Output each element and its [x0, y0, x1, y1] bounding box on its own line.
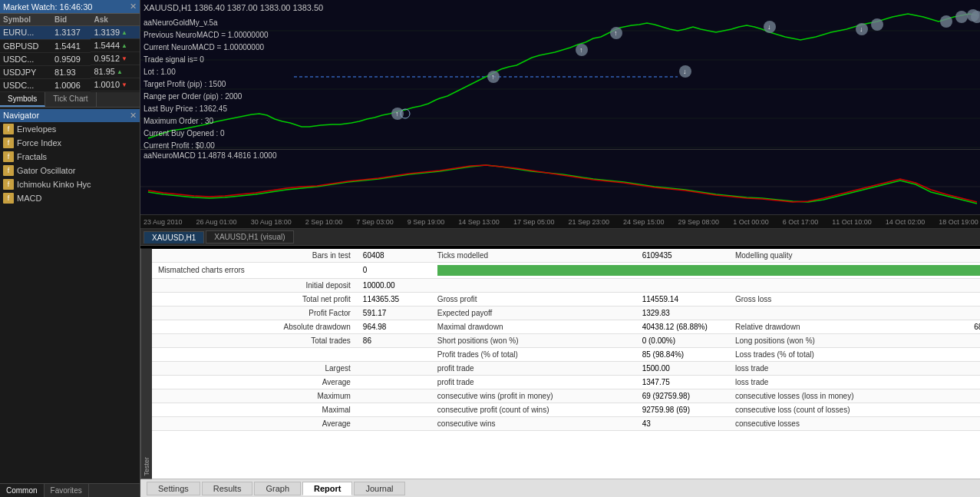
svg-point-21 [871, 18, 883, 31]
report-value2: 40438.12 (68.88%) [636, 320, 729, 333]
report-label3: loss trade [729, 361, 934, 375]
market-watch-tabs: Symbols Tick Chart [0, 92, 140, 108]
navigator-list: fEnvelopesfForce IndexfFractalsfGator Os… [0, 122, 140, 484]
report-value3: 68.88% (40438.12) [934, 320, 980, 333]
report-value3: 1 (-193.78) [934, 389, 980, 403]
report-label2: consecutive wins (profit in money) [431, 389, 636, 403]
report-row: Maximal consecutive profit (count of win… [152, 403, 980, 416]
report-table: Bars in test 60408 Ticks modelled 610943… [152, 249, 980, 431]
bottom-tab-journal[interactable]: Journal [354, 482, 404, 495]
report-label2: Profit trades (% of total) [431, 347, 636, 361]
report-value2: 85 (98.84%) [636, 347, 729, 361]
report-value2: 92759.98 (69) [636, 403, 729, 416]
svg-text:↑: ↑ [579, 46, 583, 54]
report-label3: consecutive losses [729, 416, 934, 430]
report-label: Total trades [152, 333, 357, 347]
tab-symbols[interactable]: Symbols [0, 92, 45, 107]
report-label2: profit trade [431, 361, 636, 375]
nav-item[interactable]: fIchimoku Kinko Hyc [0, 177, 140, 191]
market-watch-row[interactable]: USDC... 0.9509 0.9512▼ [0, 52, 140, 65]
bid-cell: 1.3137 [51, 26, 91, 40]
chart-info: XAUUSD,H1 1386.40 1387.00 1383.00 1383.5… [144, 2, 323, 152]
chart-info-line: aaNeuroGoldMy_v.5a [144, 17, 323, 29]
report-label: Largest [152, 361, 357, 375]
nav-item-label: Fractals [17, 152, 47, 161]
ask-cell: 1.0010▼ [91, 78, 140, 91]
bottom-tab-settings[interactable]: Settings [147, 482, 200, 495]
time-label: 11 Oct 10:00 [832, 218, 872, 226]
nav-item-label: Force Index [17, 138, 61, 147]
report-value [357, 403, 431, 416]
chart-tab-0[interactable]: XAUUSD,H1 [144, 231, 204, 244]
close-icon[interactable]: ✕ [130, 2, 137, 12]
bid-cell: 0.9509 [51, 52, 91, 65]
nav-item[interactable]: fForce Index [0, 136, 140, 150]
report-label2: Ticks modelled [431, 249, 636, 263]
time-label: 29 Sep 08:00 [678, 218, 720, 226]
market-watch-header: Market Watch: 16:46:30 ✕ [0, 0, 140, 14]
symbol-cell: EURU... [0, 26, 51, 40]
ask-cell: 0.9512▼ [91, 52, 140, 65]
nav-item[interactable]: fGator Oscillator [0, 164, 140, 177]
col-symbol: Symbol [0, 14, 51, 26]
svg-text:↓: ↓ [683, 68, 687, 75]
navigator-header: Navigator ✕ [0, 109, 140, 122]
report-label2 [431, 278, 636, 292]
report-label3: Loss trades (% of total) [729, 347, 934, 361]
bottom-tab-results[interactable]: Results [202, 482, 253, 495]
chart-info-line: Current NeuroMACD = 1.00000000 [144, 41, 323, 54]
market-watch-row[interactable]: GBPUSD 1.5441 1.5444▲ [0, 39, 140, 52]
chart-info-line: Previous NeuroMACD = 1.00000000 [144, 29, 323, 41]
report-value2: 69 (92759.98) [636, 389, 729, 403]
nav-tab-favorites[interactable]: Favorites [45, 484, 89, 497]
report-value2: 1329.83 [636, 306, 729, 320]
bid-cell: 1.0006 [51, 78, 91, 91]
nav-tab-common[interactable]: Common [0, 484, 45, 497]
report-value2: 6109435 [636, 249, 729, 263]
report-value3 [934, 278, 980, 292]
report-label: Average [152, 416, 357, 430]
report-label3: consecutive loss (count of losses) [729, 403, 934, 416]
report-value3: -193.78 [934, 361, 980, 375]
time-label: 24 Sep 15:00 [623, 218, 665, 226]
report-value2: 1500.00 [636, 361, 729, 375]
report-label2: Expected payoff [431, 306, 636, 320]
report-label2: Gross profit [431, 292, 636, 306]
time-label: 23 Aug 2010 [144, 218, 183, 226]
time-label: 21 Sep 23:00 [568, 218, 609, 226]
green-bar-cell [431, 262, 980, 278]
chart-tab-1[interactable]: XAUUSD,H1 (visual) [206, 230, 293, 244]
nav-item[interactable]: fFractals [0, 150, 140, 164]
report-value3: 1 [934, 416, 980, 430]
report-value: 86 [357, 333, 431, 347]
macd-chart-canvas: aaNeuroMACD 11.4878 4.4816 1.0000 34.544… [140, 150, 980, 215]
report-value3: 49.92% [934, 249, 980, 263]
symbol-cell: GBPUSD [0, 39, 51, 52]
chart-area: XAUUSD,H1 1386.40 1387.00 1383.00 1383.5… [140, 0, 980, 249]
indicator-icon: f [3, 179, 14, 190]
symbol-cell: USDC... [0, 78, 51, 91]
chart-info-line: Maximum Order : 30 [144, 115, 323, 128]
report-row: Profit trades (% of total) 85 (98.84%) L… [152, 347, 980, 361]
tab-tick-chart[interactable]: Tick Chart [45, 92, 96, 107]
bottom-tab-report[interactable]: Report [302, 482, 352, 495]
main-chart-canvas: XAUUSD,H1 1386.40 1387.00 1383.00 1383.5… [140, 0, 980, 150]
report-value: 964.98 [357, 320, 431, 333]
report-label: Bars in test [152, 249, 357, 263]
market-watch-row[interactable]: EURU... 1.3137 1.3139▲ [0, 26, 140, 40]
report-label2: Maximal drawdown [431, 320, 636, 333]
report-label2: consecutive wins [431, 416, 636, 430]
nav-item[interactable]: fMACD [0, 191, 140, 205]
market-watch-row[interactable]: USDC... 1.0006 1.0010▼ [0, 78, 140, 91]
report-value2: 43 [636, 416, 729, 430]
market-watch-row[interactable]: USDJPY 81.93 81.95▲ [0, 65, 140, 78]
report-value: 0 [357, 262, 431, 278]
report-row: Total trades 86 Short positions (won %) … [152, 333, 980, 347]
nav-item[interactable]: fEnvelopes [0, 122, 140, 136]
up-arrow-icon: ▲ [121, 29, 127, 36]
report-value3: -193.78 [934, 292, 980, 306]
bottom-tab-graph[interactable]: Graph [254, 482, 301, 495]
macd-title: aaNeuroMACD 11.4878 4.4816 1.0000 [144, 151, 276, 160]
chart-info-line: Current Buy Opened : 0 [144, 128, 323, 140]
close-nav-icon[interactable]: ✕ [130, 111, 137, 121]
